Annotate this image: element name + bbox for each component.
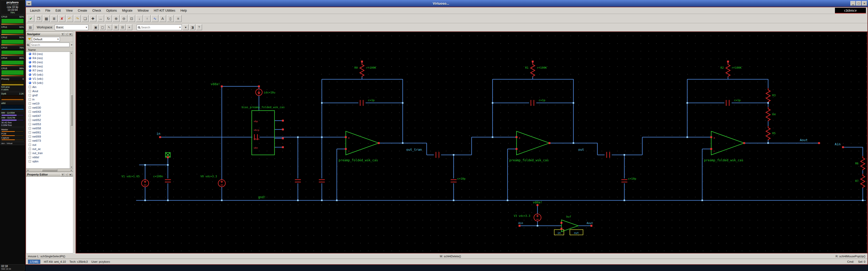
- close-button[interactable]: ✕: [68, 33, 72, 36]
- print-icon[interactable]: ≣: [51, 15, 58, 22]
- navigator-titlebar[interactable]: Navigator ?▫✕: [26, 32, 73, 36]
- menubar-item[interactable]: Window: [135, 8, 151, 13]
- zoom-out-icon[interactable]: ⊖: [120, 15, 127, 22]
- stage3-res-value[interactable]: r=100K: [732, 66, 742, 69]
- stage2-res-value[interactable]: r=100K: [537, 66, 547, 69]
- search-box[interactable]: ▾: [137, 25, 182, 30]
- tree-item[interactable]: net19: [26, 101, 70, 106]
- tree-item[interactable]: net053: [26, 122, 70, 126]
- schematic-canvas[interactable]: vdda! idc=10u bias_preamp_folded_wsk_cas…: [76, 32, 867, 253]
- target-icon[interactable]: ⌖: [126, 24, 132, 30]
- scroll-right-icon[interactable]: ►: [70, 169, 73, 171]
- chain-res-name[interactable]: R6: [855, 162, 859, 165]
- tree-item[interactable]: Ain: [26, 85, 70, 89]
- stage2-cap-value[interactable]: c=1p: [538, 99, 545, 102]
- scroll-up-icon[interactable]: ▲: [70, 52, 73, 54]
- menubar-item[interactable]: Migrate: [120, 8, 135, 13]
- redo-icon[interactable]: ↷: [74, 15, 81, 22]
- scrollbar-thumb[interactable]: [42, 169, 57, 171]
- select-hollow-icon[interactable]: ▢: [99, 24, 105, 30]
- tree-item[interactable]: V1 (vdc): [26, 77, 70, 81]
- window-menu-button[interactable]: ▬: [26, 1, 32, 6]
- zoom-area-icon[interactable]: ⊞: [113, 24, 119, 30]
- boxed-net-label-in[interactable]: in: [557, 232, 561, 234]
- divider-res-name[interactable]: R4: [772, 113, 776, 116]
- mixer-slider[interactable]: [1, 139, 24, 140]
- tree-item[interactable]: net058: [26, 126, 70, 130]
- tree-item[interactable]: net061: [26, 130, 70, 134]
- tree-item[interactable]: net073: [26, 139, 70, 143]
- menubar-item[interactable]: Help: [178, 8, 189, 13]
- search-input[interactable]: [141, 26, 178, 29]
- help-button[interactable]: ?: [61, 173, 64, 176]
- net-label-out[interactable]: out: [578, 148, 584, 151]
- instance-icon[interactable]: ▯: [167, 15, 174, 22]
- net-label-aout-buffer[interactable]: Aout: [587, 222, 593, 225]
- workspace-select[interactable]: Basic ▾: [55, 25, 88, 30]
- move-icon[interactable]: ✚: [89, 15, 96, 22]
- search-options-icon[interactable]: ▾: [183, 24, 189, 30]
- ascend-icon[interactable]: ↑: [144, 15, 151, 22]
- minimize-button[interactable]: ▁: [850, 1, 856, 6]
- source-v3-label[interactable]: V3 vdc=3.3: [514, 214, 530, 217]
- net-label-vdda-buffer[interactable]: vdda!: [533, 201, 542, 204]
- close-button[interactable]: ✕: [68, 173, 72, 176]
- tree-item[interactable]: net069: [26, 134, 70, 139]
- buffer-instance-label[interactable]: buf: [566, 215, 571, 218]
- delete-icon[interactable]: ✘: [58, 15, 65, 22]
- stage1-shunt-value[interactable]: c=10p: [457, 177, 466, 180]
- input-cap-label[interactable]: c=100n: [153, 175, 163, 178]
- stage2-instance-label[interactable]: preamp_folded_wsk_cas: [509, 159, 549, 162]
- net-label-ain-buffer[interactable]: Ain: [519, 222, 523, 225]
- undo-icon[interactable]: ↶: [66, 15, 73, 22]
- stage1-instance-label[interactable]: preamp_folded_wsk_cas: [339, 159, 378, 162]
- navigator-search-input[interactable]: [30, 43, 69, 47]
- stage3-instance-label[interactable]: preamp_folded_wsk_cas: [704, 159, 743, 162]
- dock-splitter[interactable]: [73, 32, 76, 253]
- horizontal-scrollbar[interactable]: ◄ ►: [26, 168, 73, 172]
- source-v1-label[interactable]: V1 vdc=1.65: [121, 175, 140, 178]
- tree-item[interactable]: vdda!: [26, 155, 70, 159]
- tree-item[interactable]: R6 (res): [26, 64, 70, 68]
- menubar-item[interactable]: File: [43, 8, 53, 13]
- help-button[interactable]: ?: [61, 33, 64, 36]
- float-button[interactable]: ▫: [65, 173, 68, 176]
- panel-toggle-icon[interactable]: ◨: [189, 24, 195, 30]
- menubar-item[interactable]: Create: [75, 8, 90, 13]
- menubar-item[interactable]: Options: [103, 8, 119, 13]
- scrollbar-thumb[interactable]: [70, 95, 73, 126]
- float-button[interactable]: ▫: [65, 33, 68, 36]
- options-icon[interactable]: ≡: [175, 15, 182, 22]
- tree-item[interactable]: out_ac: [26, 147, 70, 151]
- menubar-item[interactable]: Check: [90, 8, 103, 13]
- tree-item[interactable]: net030: [26, 106, 70, 110]
- tree-item[interactable]: out: [26, 143, 70, 147]
- tree-item[interactable]: V0 (vdc): [26, 72, 70, 77]
- save-icon[interactable]: ▦: [43, 15, 50, 22]
- check-save-icon[interactable]: ✔: [27, 15, 34, 22]
- stage3-res-name[interactable]: R2: [720, 66, 724, 69]
- tree-item[interactable]: R7 (res): [26, 68, 70, 72]
- tree-item[interactable]: V3 (vdc): [26, 81, 70, 85]
- tree-item[interactable]: out_tran: [26, 151, 70, 155]
- property-editor-titlebar[interactable]: Property Editor ?▫✕: [26, 172, 73, 177]
- help-icon[interactable]: ?: [196, 24, 202, 30]
- titlebar[interactable]: ▬ Virtuoso... ▁▢✕: [25, 0, 868, 7]
- boxed-net-label-out[interactable]: out: [574, 232, 579, 234]
- tree-item[interactable]: R3 (res): [26, 52, 70, 56]
- net-label-in[interactable]: in: [157, 132, 160, 135]
- tree-header[interactable]: Name: [26, 48, 73, 52]
- zoom-fit-icon[interactable]: ⊡: [128, 15, 135, 22]
- mixer-slider[interactable]: [1, 135, 24, 136]
- stage1-res-name[interactable]: R0: [354, 66, 358, 69]
- scroll-down-icon[interactable]: ▼: [70, 166, 73, 168]
- stage2-shunt-value[interactable]: c=10p: [628, 177, 636, 180]
- mixer-slider[interactable]: [1, 131, 24, 132]
- bias-instance-label[interactable]: bias_preamp_folded_wsk_cas: [242, 106, 285, 109]
- copy-icon[interactable]: ❏: [82, 15, 89, 22]
- net-label-out-tran[interactable]: out_tran: [406, 148, 422, 151]
- bias-current-label[interactable]: idc=10u: [264, 91, 275, 94]
- tree-item[interactable]: in: [26, 97, 70, 101]
- schematic[interactable]: vdda! idc=10u bias_preamp_folded_wsk_cas…: [76, 32, 867, 253]
- label-icon[interactable]: A: [159, 15, 166, 22]
